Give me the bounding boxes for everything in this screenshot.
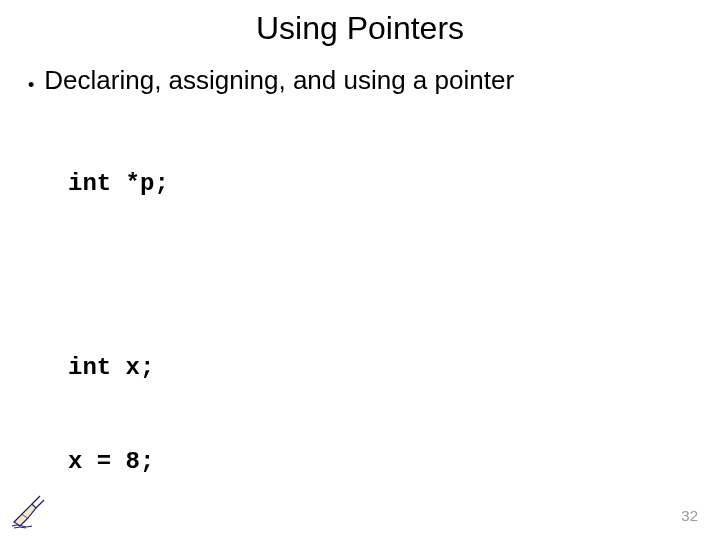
code-line: int x;	[68, 352, 700, 383]
code-line: int *p;	[68, 168, 700, 199]
bullet-marker-icon: •	[28, 76, 34, 94]
code-block: int *p; int x; x = 8; p = &x; printf("%d…	[68, 106, 700, 540]
bullet-text: Declaring, assigning, and using a pointe…	[44, 65, 514, 96]
svg-line-0	[32, 496, 40, 504]
svg-line-1	[36, 500, 44, 508]
bullet-item: • Declaring, assigning, and using a poin…	[28, 65, 700, 96]
page-number: 32	[681, 507, 698, 524]
code-line: x = 8;	[68, 446, 700, 477]
hand-writing-icon	[8, 492, 48, 532]
slide-title: Using Pointers	[20, 10, 700, 47]
blank-line	[68, 262, 700, 290]
slide: Using Pointers • Declaring, assigning, a…	[0, 0, 720, 540]
